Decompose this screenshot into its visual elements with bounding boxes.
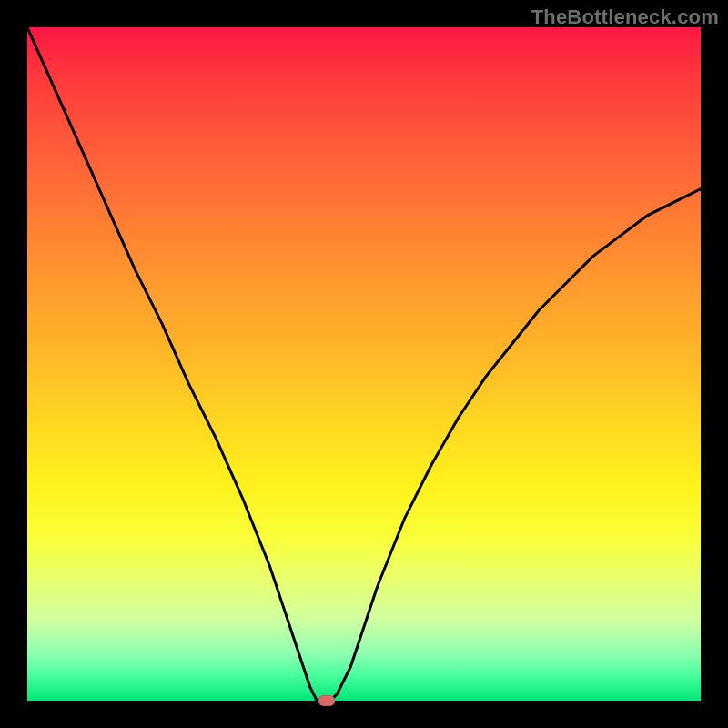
watermark-text: TheBottleneck.com <box>531 5 719 29</box>
curve-svg <box>27 27 701 701</box>
min-point-marker <box>318 695 335 706</box>
plot-area <box>27 27 701 701</box>
bottleneck-curve <box>27 27 701 701</box>
chart-container: TheBottleneck.com <box>0 0 728 728</box>
